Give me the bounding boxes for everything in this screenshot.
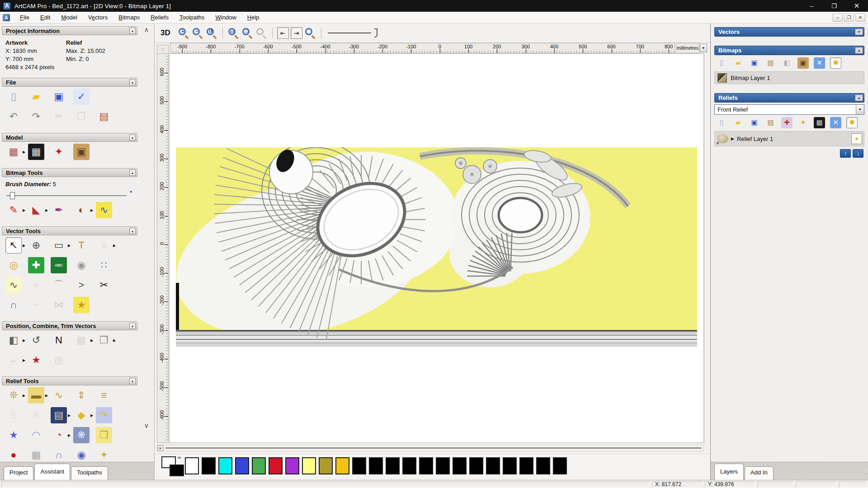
relief-from-image-icon[interactable]: ▤ (51, 407, 67, 423)
collapse-button[interactable]: ▲ (129, 169, 136, 176)
zoom-previous-icon[interactable]: ↺ (206, 27, 218, 39)
flyout-arrow-icon[interactable]: ▶ (23, 358, 25, 362)
brush-diameter-slider[interactable]: ✦ (6, 192, 133, 199)
gradient-layer-icon[interactable]: ◧ (781, 57, 793, 69)
line-width-slider[interactable] (328, 28, 377, 38)
menu-model[interactable]: Model (56, 12, 82, 23)
collapse-reliefs-icon[interactable]: ▲ (855, 94, 863, 101)
flyout-arrow-icon[interactable]: ▶ (68, 413, 71, 418)
colour-swatch-2[interactable] (218, 457, 232, 474)
vertical-scrollbar[interactable] (704, 53, 710, 443)
redo-icon[interactable]: ↷ (28, 108, 44, 125)
lighting-icon[interactable]: ✦ (51, 144, 67, 160)
colour-picker-icon[interactable]: ✒ (51, 202, 67, 218)
close-button[interactable]: ✕ (845, 0, 868, 12)
flyout-arrow-icon[interactable]: ▶ (68, 433, 71, 437)
colour-swatch-4[interactable] (252, 457, 266, 474)
collapse-button[interactable]: ▲ (129, 228, 136, 234)
collapse-bitmaps-icon[interactable]: ▲ (855, 47, 863, 54)
snap-left-toggle-icon[interactable]: ⇤ (277, 27, 289, 39)
relief-bulb-page-icon[interactable]: ✦ (797, 117, 809, 128)
add-relief-stack-icon[interactable]: ✚ (781, 117, 793, 128)
tab-project[interactable]: Project (4, 466, 33, 480)
texture-bitmap-icon[interactable]: ▨ (765, 57, 776, 69)
scale-relief-icon[interactable]: ⇕ (73, 387, 90, 404)
zoom-box-icon[interactable]: □ (241, 27, 254, 39)
colour-swatch-22[interactable] (553, 457, 567, 474)
slider-handle[interactable] (10, 192, 15, 199)
zoom-in-icon[interactable]: + (178, 27, 190, 39)
zoom-out-icon[interactable]: − (192, 27, 204, 39)
file-settings-icon[interactable]: ✓ (73, 89, 90, 105)
create-polyline-icon[interactable]: ∿ (5, 277, 22, 293)
zoom-flyout-icon[interactable] (304, 27, 316, 39)
flyout-arrow-icon[interactable]: ▶ (23, 150, 25, 154)
texture-relief-icon[interactable]: ▨ (765, 117, 776, 128)
star-wizard-icon[interactable]: ★ (5, 427, 22, 443)
scroll-right-icon[interactable]: ▸ (157, 445, 164, 451)
ruler-origin-button[interactable]: ∷ (157, 45, 169, 54)
paste-icon[interactable]: ▤ (96, 108, 112, 125)
bitmaps-header[interactable]: Bitmaps ▲ (714, 46, 864, 55)
vector-doctor-icon[interactable]: ✚ (28, 257, 44, 273)
open-model-icon[interactable]: ▰ (28, 89, 44, 105)
bitmap-layer-item[interactable]: Bitmap Layer 1 (714, 71, 864, 84)
colour-swatch-17[interactable] (469, 457, 483, 474)
flyout-arrow-icon[interactable]: ▶ (23, 244, 25, 248)
scrollbar-track[interactable] (165, 447, 702, 449)
save-bitmap-icon[interactable]: ▣ (749, 57, 760, 69)
create-arc-icon[interactable]: ⌒ (51, 277, 67, 293)
transform-vectors-icon[interactable]: ⊕ (28, 237, 44, 253)
open-bitmap-icon[interactable]: ▰ (732, 57, 744, 69)
colour-swatch-13[interactable] (402, 457, 416, 474)
horizontal-scrollbar[interactable]: ▸ (157, 445, 704, 451)
slice-relief-icon[interactable]: ◔ (51, 427, 67, 443)
paste-along-curve-icon[interactable]: ∷ (96, 257, 112, 273)
reliefs-header[interactable]: Reliefs ▲ (714, 93, 864, 103)
maximize-button[interactable]: ❐ (823, 0, 845, 12)
snap-right-toggle-icon[interactable]: ⇥ (291, 27, 302, 39)
align-vectors-icon[interactable]: ◧ (5, 332, 22, 348)
relief-layer-item[interactable]: ▶ Relief Layer 1 ✦ (714, 131, 864, 146)
toggle-relief-visibility-icon[interactable]: ✺ (846, 117, 858, 128)
dome-tool-icon[interactable]: ∩ (5, 297, 22, 313)
colour-swatch-18[interactable] (486, 457, 500, 474)
open-relief-icon[interactable]: ▰ (732, 117, 744, 128)
colour-swatch-0[interactable] (185, 457, 199, 474)
palette-icon[interactable]: ◐ (73, 202, 90, 218)
sculpt-relief-icon[interactable]: ❊ (5, 387, 22, 404)
vectors-header[interactable]: Vectors ▼ (714, 27, 864, 37)
tab-toolpaths[interactable]: Toolpaths (71, 466, 108, 480)
colour-swatch-5[interactable] (269, 457, 283, 474)
offset-copy-icon[interactable]: ❐ (96, 427, 112, 443)
wrap-relief-icon[interactable]: ◠ (28, 427, 44, 443)
colour-swatch-12[interactable] (386, 457, 400, 474)
dome-wizard-icon[interactable]: ∩ (51, 447, 67, 462)
create-text-icon[interactable]: T (73, 237, 90, 253)
mdi-minimize-button[interactable]: – (833, 14, 843, 22)
menu-toolpaths[interactable]: Toolpaths (174, 12, 210, 23)
tab-assistant[interactable]: Assistant (34, 464, 70, 480)
undo-icon[interactable]: ↶ (5, 108, 22, 125)
move-layer-up-button[interactable]: ↑ (840, 149, 851, 158)
extract-relief-icon[interactable]: ✦ (96, 447, 112, 462)
flyout-arrow-icon[interactable]: ▶ (23, 394, 25, 398)
expand-layer-icon[interactable]: ▶ (731, 136, 734, 141)
trim-vectors-icon[interactable]: ✂ (96, 277, 112, 293)
flyout-arrow-icon[interactable]: ▶ (68, 244, 71, 248)
delete-bitmap-layer-icon[interactable]: ✕ (814, 57, 825, 69)
colour-swatch-11[interactable] (369, 457, 383, 474)
colour-swatch-20[interactable] (519, 457, 533, 474)
panel-scroll-up-icon[interactable]: ∧ (141, 25, 152, 34)
save-model-icon[interactable]: ▣ (51, 89, 67, 105)
measure-icon[interactable]: ◎ (5, 257, 22, 273)
flyout-arrow-icon[interactable]: ▶ (23, 208, 25, 212)
texture-flow-icon[interactable]: ★ (28, 352, 44, 368)
flyout-arrow-icon[interactable]: ▶ (90, 413, 93, 418)
collapse-button[interactable]: ▲ (129, 378, 136, 384)
flyout-arrow-icon[interactable]: ▶ (23, 338, 25, 343)
toggle-3d-view-button[interactable]: 3D (160, 28, 170, 38)
vector-text-tools-icon[interactable]: ABC (51, 257, 67, 273)
collapse-button[interactable]: ▲ (129, 323, 136, 329)
wax-relief-icon[interactable]: ● (5, 447, 22, 462)
